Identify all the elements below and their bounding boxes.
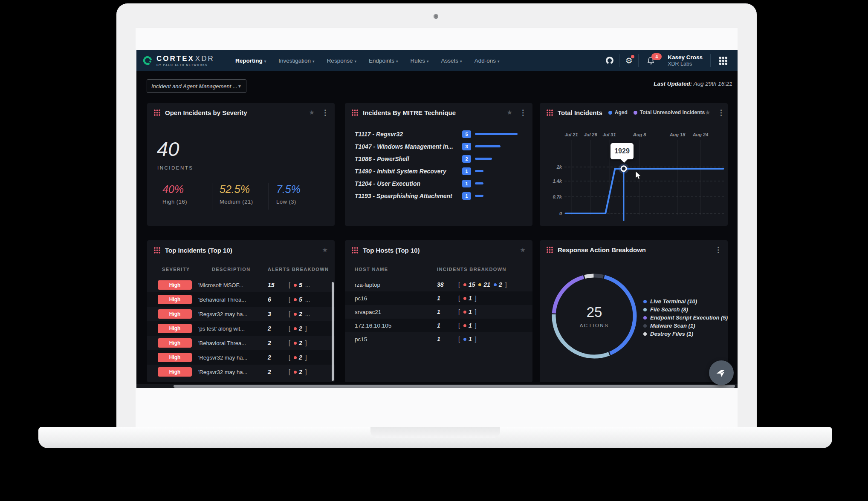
chevron-down-icon: ▾ <box>498 59 500 63</box>
alert-dot <box>294 342 297 345</box>
incident-row[interactable]: High 'Behavioral Threa... 6 [5... <box>147 292 335 307</box>
chevron-down-icon: ▾ <box>312 59 315 63</box>
legend-item[interactable]: Endpoint Script Execution (5) <box>643 314 728 321</box>
horizontal-scrollbar-thumb[interactable] <box>174 385 735 388</box>
page: CORTEXXDR BY PALO ALTO NETWORKS Reportin… <box>0 0 868 501</box>
incident-row[interactable]: High 'Regsvr32 may ha... 3 [2... <box>147 307 335 321</box>
menu-assets[interactable]: Assets▾ <box>441 58 462 64</box>
count-badge: 3 <box>462 143 471 150</box>
kebab-menu-icon[interactable]: ⋮ <box>519 109 527 116</box>
dashboard-selector[interactable]: Incident and Agent Management ... ▼ <box>147 79 246 93</box>
host-row[interactable]: pc16 1 [1] <box>345 291 532 305</box>
bar <box>475 170 483 172</box>
legend-item[interactable]: File Search (8) <box>643 306 688 313</box>
brand-byline: BY PALO ALTO NETWORKS <box>156 63 214 66</box>
settings-button[interactable]: ⚙ <box>619 50 638 71</box>
panel-response-action-breakdown: Response Action Breakdown ⋮ 25 ACTIONS L… <box>540 240 728 382</box>
star-icon[interactable]: ★ <box>309 109 315 116</box>
bar <box>475 145 501 147</box>
mouse-cursor <box>635 171 643 181</box>
incident-row[interactable]: High 'Regsvr32 may ha... 2 [2] <box>147 350 335 365</box>
legend-item[interactable]: Malware Scan (1) <box>643 322 695 329</box>
stat-high-value: 40% <box>162 183 187 196</box>
star-icon[interactable]: ★ <box>507 109 512 116</box>
column-incidents-breakdown[interactable]: INCIDENTS BREAKDOWN <box>437 267 506 272</box>
menu-response[interactable]: Response▾ <box>327 58 356 64</box>
legend-item[interactable]: Destroy Files (1) <box>643 331 693 337</box>
settings-alert-dot <box>631 55 634 58</box>
mitre-row[interactable]: T1204 - User Execution 1 <box>355 177 526 190</box>
chevron-down-icon: ▾ <box>460 59 462 63</box>
laptop-camera <box>434 14 438 19</box>
severity-dot <box>478 283 481 286</box>
mitre-row[interactable]: T1490 - Inhibit System Recovery 1 <box>355 165 526 177</box>
beacon-flag-icon <box>715 366 728 379</box>
host-row[interactable]: rza-laptop 38 [15212] <box>345 278 532 291</box>
count-badge: 1 <box>462 167 471 175</box>
actions-total: 25 <box>580 304 609 320</box>
severity-dot <box>463 324 466 327</box>
panel-title: Top Hosts (Top 10) <box>363 247 420 254</box>
mitre-row[interactable]: T1117 - Regsvr32 5 <box>355 128 526 140</box>
severity-dot <box>463 311 466 314</box>
legend-dot <box>643 316 647 320</box>
alert-dot <box>294 356 297 359</box>
legend-item[interactable]: Live Terminal (10) <box>643 298 697 305</box>
severity-badge: High <box>158 280 192 290</box>
widget-icon <box>352 109 358 116</box>
column-host-name[interactable]: HOST NAME <box>355 267 388 272</box>
query-assistant-button[interactable] <box>600 50 619 71</box>
brand-name: CORTEXXDR <box>156 55 214 63</box>
total-incidents-chart[interactable] <box>540 103 728 226</box>
widget-icon <box>547 247 553 253</box>
star-icon[interactable]: ★ <box>520 246 526 254</box>
mitre-row[interactable]: T1193 - Spearphishing Attachment 1 <box>355 190 526 202</box>
menu-addons[interactable]: Add-ons▾ <box>475 58 500 64</box>
host-row[interactable]: pc15 1 [1] <box>345 332 532 346</box>
user-org: XDR Labs <box>668 61 703 67</box>
kebab-menu-icon[interactable]: ⋮ <box>321 109 329 116</box>
brand-logo[interactable]: CORTEXXDR BY PALO ALTO NETWORKS <box>142 55 226 66</box>
widget-icon <box>154 247 160 253</box>
legend-dot <box>643 300 647 303</box>
column-description[interactable]: DESCRIPTION <box>212 267 251 272</box>
alert-dot <box>294 284 297 287</box>
host-row[interactable]: srvapac21 1 [1] <box>345 305 532 319</box>
chevron-down-icon: ▼ <box>237 84 242 89</box>
host-row[interactable]: 172.16.10.105 1 [1] <box>345 319 532 332</box>
incident-row[interactable]: High 'Regsvr32 may ha... 2 [2] <box>147 365 335 379</box>
kebab-menu-icon[interactable]: ⋮ <box>715 246 722 253</box>
bar <box>475 133 518 135</box>
mitre-row[interactable]: T1086 - PowerShell 2 <box>355 153 526 165</box>
menu-reporting[interactable]: Reporting▾ <box>235 58 266 64</box>
cortex-xdr-app: CORTEXXDR BY PALO ALTO NETWORKS Reportin… <box>136 50 738 388</box>
notification-badge: 4 <box>651 53 662 60</box>
bar <box>475 182 483 184</box>
horizontal-scrollbar-track[interactable] <box>136 384 738 388</box>
panel-total-incidents: Total Incidents Aged Total Unresolved In… <box>540 103 728 226</box>
stat-low-label: Low (3) <box>276 199 301 205</box>
star-icon[interactable]: ★ <box>322 246 328 254</box>
top-nav: CORTEXXDR BY PALO ALTO NETWORKS Reportin… <box>136 50 738 71</box>
menu-endpoints[interactable]: Endpoints▾ <box>369 58 398 64</box>
menu-investigation[interactable]: Investigation▾ <box>278 58 314 64</box>
incident-row[interactable]: High 'Microsoft MSOF... 15 [5... <box>147 278 335 292</box>
laptop-notch <box>370 427 500 438</box>
app-launcher-button[interactable] <box>719 57 727 65</box>
assistant-fab-button[interactable] <box>709 360 734 385</box>
incident-row[interactable]: High 'Behavioral Threa... 2 [2] <box>147 336 335 350</box>
menu-rules[interactable]: Rules▾ <box>411 58 429 64</box>
column-severity[interactable]: SEVERITY <box>162 267 190 272</box>
incident-row[interactable]: High 'ps test' along wit... 2 [2] <box>147 321 335 336</box>
notifications-button[interactable]: 4 <box>639 50 663 71</box>
user-menu[interactable]: Kasey Cross XDR Labs <box>663 54 710 67</box>
vertical-scrollbar[interactable] <box>332 282 334 381</box>
incident-count: 40 <box>157 137 179 161</box>
last-updated-label: Last Updated: <box>654 81 692 87</box>
stat-high: 40% High (16) <box>155 183 187 210</box>
column-alerts-breakdown[interactable]: ALERTS BREAKDOWN <box>268 267 329 272</box>
panel-top-hosts: Top Hosts (Top 10) ★ HOST NAME INCIDENTS… <box>345 240 532 382</box>
divider <box>710 54 711 67</box>
mitre-row[interactable]: T1047 - Windows Management In... 3 <box>355 140 526 153</box>
panel-incidents-by-mitre-technique: Incidents By MITRE Technique ★ ⋮ T1117 -… <box>345 103 532 226</box>
